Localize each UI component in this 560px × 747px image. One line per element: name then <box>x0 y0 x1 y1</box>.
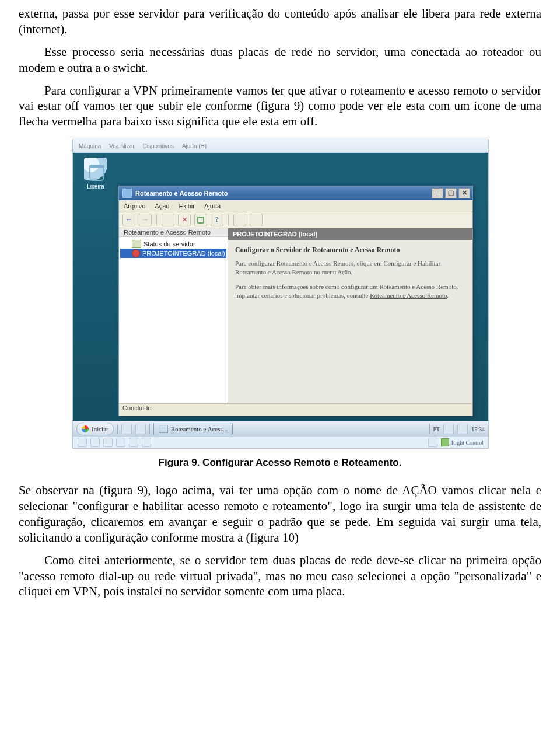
maximize-button[interactable]: ▢ <box>445 188 457 198</box>
vm-status-icon[interactable] <box>142 438 151 447</box>
content-title: Configurar o Servidor de Roteamento e Ac… <box>235 246 466 254</box>
rras-statusbar: Concluído <box>119 403 473 416</box>
vm-status-icon[interactable] <box>116 438 125 447</box>
tree-status-icon <box>132 240 141 248</box>
forward-button <box>139 214 152 226</box>
taskbar-clock[interactable]: 15:34 <box>471 426 485 432</box>
start-label: Iniciar <box>92 425 108 432</box>
windows-flag-icon <box>82 425 89 432</box>
taskbar-divider <box>117 424 118 434</box>
toolbar-button[interactable] <box>233 214 246 226</box>
menu-exibir[interactable]: Exibir <box>178 203 195 210</box>
virtualbox-menubar: Máquina Visualizar Dispositivos Ajuda (H… <box>73 139 488 153</box>
rras-title-bar[interactable]: Roteamento e Acesso Remoto _ ▢ ✕ <box>119 186 473 200</box>
windows-taskbar: Iniciar Roteamento e Acess... PT <box>73 421 488 437</box>
rras-mmc-window: Roteamento e Acesso Remoto _ ▢ ✕ Arquivo… <box>118 186 473 416</box>
content-p2-end: . <box>447 292 449 299</box>
paragraph-1: externa, passa por esse servidor para ve… <box>19 6 541 37</box>
tree-server-label: PROJETOINTEGRAD (local) <box>142 250 225 257</box>
vm-menu-view[interactable]: Visualizar <box>109 143 134 149</box>
host-key-icon <box>441 438 449 446</box>
rras-tree-pane: Roteamento e Acesso Remoto Status do ser… <box>119 228 228 403</box>
help-button[interactable] <box>211 214 223 226</box>
paragraph-3: Para configurar a VPN primeiramente vamo… <box>19 83 541 130</box>
host-key-label: Right Control <box>452 439 484 446</box>
rras-content-pane: PROJETOINTEGRAD (local) Configurar o Ser… <box>228 228 473 403</box>
tree-node-status[interactable]: Status do servidor <box>120 239 226 249</box>
taskbar-app-label: Roteamento e Acess... <box>171 425 228 432</box>
tray-icon[interactable] <box>457 424 468 434</box>
tree-status-label: Status do servidor <box>144 240 195 247</box>
content-paragraph-2: Para obter mais informações sobre como c… <box>235 282 466 300</box>
vm-menu-devices[interactable]: Dispositivos <box>143 143 174 149</box>
vm-status-icon[interactable] <box>129 438 138 447</box>
tree-node-server[interactable]: PROJETOINTEGRAD (local) <box>120 249 226 258</box>
quicklaunch-icon[interactable] <box>135 424 146 434</box>
properties-button[interactable] <box>194 214 207 226</box>
menu-acao[interactable]: Ação <box>155 203 169 210</box>
vm-menu-help[interactable]: Ajuda (H) <box>182 143 206 149</box>
menu-ajuda[interactable]: Ajuda <box>204 203 220 210</box>
toolbar-button[interactable] <box>250 214 262 226</box>
rras-help-link[interactable]: Roteamento e Acesso Remoto <box>370 292 447 299</box>
figure-caption: Figura 9. Configurar Acesso Remoto e Rot… <box>19 457 541 469</box>
paragraph-2: Esse processo seria necessárias duas pla… <box>19 44 541 76</box>
toolbar-divider <box>156 214 157 226</box>
vm-status-icon[interactable] <box>78 438 87 447</box>
rras-menubar: Arquivo Ação Exibir Ajuda <box>119 200 473 212</box>
content-header: PROJETOINTEGRAD (local) <box>228 228 473 240</box>
vm-status-icon[interactable] <box>103 438 113 447</box>
host-key-indicator[interactable]: Right Control <box>441 438 484 446</box>
delete-button[interactable] <box>178 214 191 226</box>
vm-menu-machine[interactable]: Máquina <box>79 143 101 149</box>
minimize-button[interactable]: _ <box>432 188 443 198</box>
paragraph-5: Como citei anteriormente, se o servidor … <box>19 553 541 600</box>
rras-title-icon <box>123 189 132 198</box>
rras-toolbar <box>119 212 473 228</box>
rras-title-text: Roteamento e Acesso Remoto <box>135 190 228 197</box>
figure-9: Máquina Visualizar Dispositivos Ajuda (H… <box>72 139 488 449</box>
server-down-icon <box>132 249 140 257</box>
start-button[interactable]: Iniciar <box>76 423 114 435</box>
content-body: Configurar o Servidor de Roteamento e Ac… <box>228 240 473 403</box>
toolbar-button[interactable] <box>162 214 174 226</box>
paragraph-4: Se observar na (figura 9), logo acima, v… <box>19 483 541 546</box>
vm-status-icon[interactable] <box>428 438 438 447</box>
toolbar-divider <box>228 214 229 226</box>
tree-root-label: Roteamento e Acesso Remoto <box>124 229 211 236</box>
taskbar-app-button[interactable]: Roteamento e Acess... <box>153 423 233 435</box>
virtualbox-window: Máquina Visualizar Dispositivos Ajuda (H… <box>72 139 489 449</box>
tree-root[interactable]: Roteamento e Acesso Remoto <box>119 228 228 237</box>
content-paragraph-1: Para configurar Roteamento e Acesso Remo… <box>235 259 466 277</box>
virtualbox-statusbar: Right Control <box>73 436 488 448</box>
vm-status-icon[interactable] <box>90 438 100 447</box>
system-tray: PT 15:34 <box>433 424 485 434</box>
recycle-bin-icon <box>84 158 107 181</box>
guest-desktop: Lixeira Roteamento e Acesso Remoto _ ▢ ✕… <box>73 153 488 448</box>
tray-icon[interactable] <box>443 424 454 434</box>
back-button[interactable] <box>123 214 135 226</box>
recycle-bin-label: Lixeira <box>79 183 113 190</box>
recycle-bin[interactable]: Lixeira <box>79 158 113 190</box>
menu-arquivo[interactable]: Arquivo <box>124 203 145 210</box>
taskbar-divider <box>149 424 150 434</box>
language-indicator[interactable]: PT <box>433 426 440 432</box>
taskbar-divider <box>429 424 430 434</box>
taskbar-app-icon <box>159 425 168 433</box>
quicklaunch-icon[interactable] <box>121 424 132 434</box>
close-button[interactable]: ✕ <box>459 188 470 198</box>
